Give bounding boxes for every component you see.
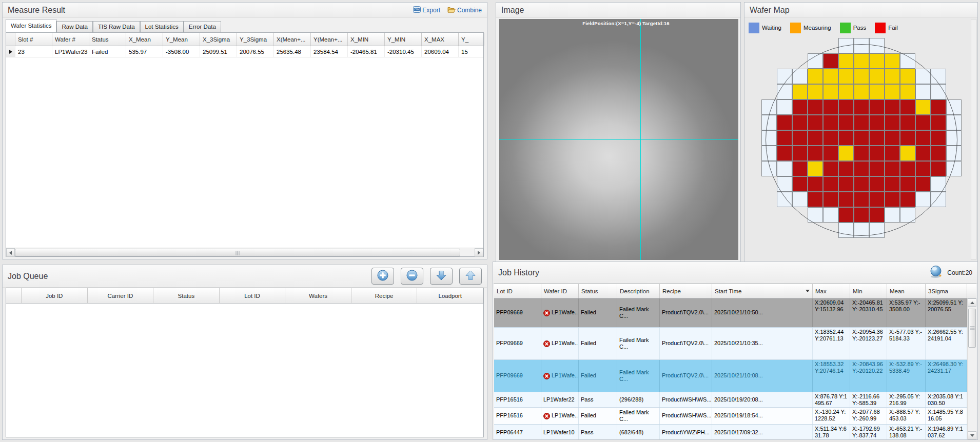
- wafer-die-empty[interactable]: [915, 69, 931, 84]
- wafer-die-fail[interactable]: [900, 161, 915, 176]
- job-history-row[interactable]: PFP06447LP1Wafer10Pass(682/648)Product\Y…: [494, 425, 967, 439]
- column-header-y-mean[interactable]: Y(Mean+...: [311, 33, 348, 46]
- wafer-die-fail[interactable]: [808, 130, 823, 146]
- tab-raw-data[interactable]: Raw Data: [56, 21, 93, 32]
- wafer-die-fail[interactable]: [869, 130, 885, 146]
- job-history-row[interactable]: PFP16516LP1Wafer22Pass(296/288)Product\W…: [494, 392, 967, 408]
- wafer-die-yellow[interactable]: [869, 84, 885, 99]
- wafer-die-fail[interactable]: [838, 207, 854, 223]
- wafer-die-fail[interactable]: [915, 176, 931, 192]
- wafer-die-fail[interactable]: [838, 130, 854, 146]
- scroll-left-button[interactable]: [6, 248, 15, 257]
- wafer-die-empty[interactable]: [792, 192, 808, 207]
- column-header-carrier-id[interactable]: Carrier ID: [88, 288, 154, 303]
- wafer-die-fail[interactable]: [792, 146, 808, 161]
- wafer-die-yellow[interactable]: [900, 84, 915, 99]
- wafer-die-empty[interactable]: [808, 207, 823, 223]
- wafer-die-empty[interactable]: [915, 84, 931, 99]
- wafer-die-empty[interactable]: [946, 146, 962, 161]
- wafer-die-fail[interactable]: [900, 99, 915, 115]
- column-header-x-3sigma[interactable]: X_3Sigma: [200, 33, 237, 46]
- wafer-die-empty[interactable]: [869, 223, 885, 238]
- scroll-up-button[interactable]: [968, 298, 976, 307]
- wafer-die-fail[interactable]: [931, 115, 946, 130]
- wafer-die-empty[interactable]: [900, 207, 915, 223]
- wafer-die-empty[interactable]: [946, 130, 962, 146]
- camera-image[interactable]: FieldPosition:(X=1,Y=-4) TargetId:16: [499, 19, 738, 260]
- wafer-die-yellow[interactable]: [838, 84, 854, 99]
- remove-button[interactable]: [401, 268, 423, 285]
- wafer-die-fail[interactable]: [854, 192, 869, 207]
- wafer-die-yellow[interactable]: [885, 53, 900, 69]
- vertical-scrollbar[interactable]: [967, 298, 976, 439]
- wafer-die-fail[interactable]: [792, 115, 808, 130]
- wafer-die-yellow[interactable]: [915, 99, 931, 115]
- wafer-die-fail[interactable]: [900, 130, 915, 146]
- wafer-die-yellow[interactable]: [869, 53, 885, 69]
- wafer-die-fail[interactable]: [854, 146, 869, 161]
- wafer-die-fail[interactable]: [885, 176, 900, 192]
- scrollbar-thumb[interactable]: [15, 249, 460, 256]
- wafer-die-fail[interactable]: [931, 130, 946, 146]
- wafer-die-fail[interactable]: [838, 161, 854, 176]
- wafer-die-fail[interactable]: [885, 192, 900, 207]
- column-header-y[interactable]: Y_: [459, 33, 484, 46]
- wafer-die-yellow[interactable]: [854, 53, 869, 69]
- scroll-down-button[interactable]: [968, 431, 976, 439]
- column-header-loadport[interactable]: Loadport: [417, 288, 483, 303]
- wafer-die-empty[interactable]: [931, 192, 946, 207]
- job-history-row[interactable]: PFP09669LP1Wafe...FailedFailed Mark C...…: [494, 298, 967, 328]
- wafer-die-fail[interactable]: [823, 161, 838, 176]
- wafer-die-fail[interactable]: [777, 130, 792, 146]
- wafer-die-fail[interactable]: [900, 115, 915, 130]
- column-header-x-max[interactable]: X_MAX: [422, 33, 459, 46]
- wafer-die-fail[interactable]: [823, 146, 838, 161]
- wafer-die-fail[interactable]: [838, 176, 854, 192]
- combine-button[interactable]: Combine: [447, 6, 482, 14]
- wafer-die-empty[interactable]: [946, 161, 962, 176]
- column-header-job-id[interactable]: Job ID: [22, 288, 88, 303]
- wafer-die-fail[interactable]: [869, 99, 885, 115]
- wafer-die-empty[interactable]: [869, 38, 885, 53]
- wafer-die-empty[interactable]: [777, 69, 792, 84]
- wafer-die-empty[interactable]: [854, 38, 869, 53]
- column-header-y-mean[interactable]: Y_Mean: [163, 33, 200, 46]
- wafer-die-fail[interactable]: [823, 53, 838, 69]
- wafer-die-yellow[interactable]: [900, 146, 915, 161]
- wafer-die-empty[interactable]: [915, 192, 931, 207]
- wafer-die-empty[interactable]: [931, 84, 946, 99]
- wafer-die-empty[interactable]: [761, 161, 777, 176]
- wafer-die-empty[interactable]: [777, 99, 792, 115]
- wafer-die-fail[interactable]: [915, 115, 931, 130]
- measure-table-row[interactable]: 23LP1Wafer23Failed535.97-3508.0025099.51…: [6, 46, 483, 57]
- wafer-die-fail[interactable]: [854, 130, 869, 146]
- wafer-die-empty[interactable]: [761, 130, 777, 146]
- column-header-status[interactable]: Status: [153, 288, 220, 303]
- column-header-wafer-id[interactable]: Wafer ID: [541, 284, 579, 298]
- wafer-die-fail[interactable]: [885, 99, 900, 115]
- wafer-map-scrollbar[interactable]: [971, 19, 976, 260]
- scrollbar-thumb[interactable]: [968, 309, 976, 348]
- job-history-row[interactable]: PFP09669LP1Wafe...FailedFailed Mark C...…: [494, 360, 967, 392]
- wafer-die-fail[interactable]: [854, 207, 869, 223]
- column-header-start-time[interactable]: Start Time: [712, 284, 813, 298]
- wafer-die-fail[interactable]: [869, 115, 885, 130]
- wafer-die-fail[interactable]: [900, 192, 915, 207]
- wafer-die-yellow[interactable]: [823, 84, 838, 99]
- wafer-die-empty[interactable]: [931, 176, 946, 192]
- wafer-die-empty[interactable]: [777, 176, 792, 192]
- wafer-die-fail[interactable]: [792, 176, 808, 192]
- column-header-wafer[interactable]: Wafer #: [52, 33, 89, 46]
- export-button[interactable]: CSV Export: [413, 6, 440, 14]
- column-header-slot[interactable]: Slot #: [15, 33, 52, 46]
- wafer-die-fail[interactable]: [915, 146, 931, 161]
- wafer-die-empty[interactable]: [838, 223, 854, 238]
- wafer-die-fail[interactable]: [777, 115, 792, 130]
- column-header-x-mean[interactable]: X_Mean: [126, 33, 163, 46]
- wafer-die-yellow[interactable]: [808, 69, 823, 84]
- wafer-die-empty[interactable]: [900, 53, 915, 69]
- move-down-button[interactable]: [430, 268, 453, 285]
- wafer-die-empty[interactable]: [777, 192, 792, 207]
- wafer-die-yellow[interactable]: [808, 161, 823, 176]
- wafer-die-fail[interactable]: [885, 130, 900, 146]
